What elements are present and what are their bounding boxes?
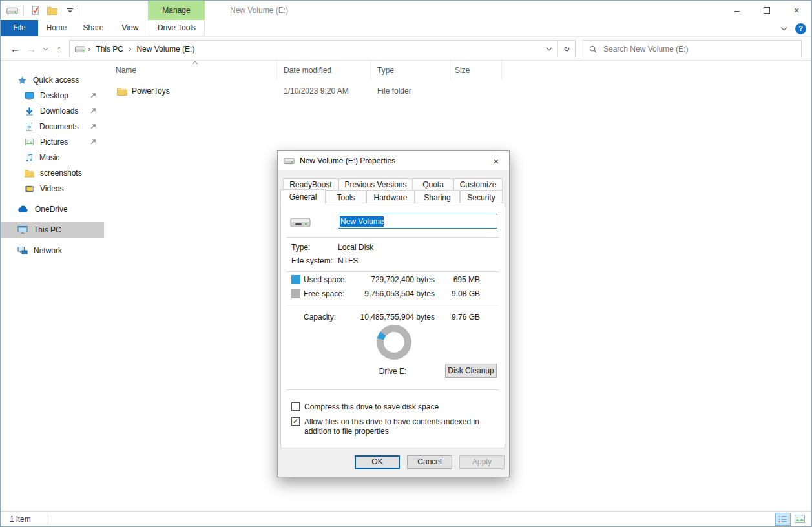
capacity-row: Capacity: 10,485,755,904 bytes 9.76 GB [281,313,505,323]
desktop-icon [25,91,34,101]
ok-button[interactable]: OK [355,455,400,469]
maximize-button[interactable] [752,1,782,20]
sidebar-item-label: Quick access [33,76,79,85]
address-dropdown-chevron-icon[interactable] [541,41,557,57]
item-count: 1 item [10,515,31,524]
sidebar-item-this-pc[interactable]: This PC [1,222,104,238]
dialog-tabs: ReadyBoost Previous Versions Quota Custo… [278,178,509,204]
new-folder-icon[interactable] [46,3,59,17]
breadcrumb-new-volume[interactable]: New Volume (E:) [134,45,197,54]
breadcrumb-this-pc[interactable]: This PC [93,45,126,54]
dialog-close-button[interactable]: × [483,151,509,170]
sidebar-item-downloads[interactable]: Downloads [1,103,104,119]
file-type: File folder [371,87,450,96]
disk-cleanup-button[interactable]: Disk Cleanup [445,364,497,378]
file-date-modified: 1/10/2023 9:20 AM [277,87,371,96]
tab-file[interactable]: File [1,20,38,36]
capacity-bytes: 10,485,755,904 bytes [339,313,435,322]
help-icon[interactable]: ? [795,23,806,34]
recent-locations-chevron-icon[interactable] [39,47,51,51]
pin-icon [90,92,97,99]
address-bar[interactable]: › This PC › New Volume (E:) ↻ [69,40,576,57]
sidebar-item-network[interactable]: Network [1,243,104,258]
sidebar-item-onedrive[interactable]: OneDrive [1,202,104,217]
sidebar-item-documents[interactable]: Documents [1,119,104,134]
properties-icon[interactable] [28,3,41,17]
search-input[interactable] [602,44,796,54]
sidebar-item-label: Documents [39,122,79,131]
sidebar-item-label: Videos [40,184,63,193]
tab-hardware[interactable]: Hardware [366,191,415,204]
type-value: Local Disk [338,243,373,252]
sidebar-item-label: OneDrive [35,205,68,214]
selected-text: New Volume [340,216,384,227]
type-label: Type: [291,243,310,252]
window-title: New Volume (E:) [230,1,288,20]
close-button[interactable]: × [782,1,811,20]
pin-icon [90,123,97,130]
back-button[interactable]: ← [7,43,23,54]
thumbnail-view-button[interactable] [792,513,807,526]
network-icon [17,246,28,255]
compress-checkbox-row[interactable]: Compress this drive to save disk space [291,402,439,412]
free-space-bytes: 9,756,053,504 bytes [339,289,435,298]
index-checkbox-row[interactable]: ✓ Allow files on this drive to have cont… [291,417,499,437]
refresh-button[interactable]: ↻ [558,41,575,57]
status-bar: 1 item [1,511,811,526]
sidebar-item-label: Desktop [40,91,68,100]
tab-home[interactable]: Home [38,20,75,36]
cancel-button[interactable]: Cancel [407,455,452,469]
free-space-swatch [291,289,300,298]
column-header-name[interactable]: Name [104,61,277,79]
sidebar-item-screenshots[interactable]: screenshots [1,165,104,181]
column-header-type[interactable]: Type [371,61,450,79]
sidebar-item-label: screenshots [40,169,82,178]
up-button[interactable]: ↑ [51,43,67,54]
sidebar-item-videos[interactable]: Videos [1,181,104,196]
tab-security[interactable]: Security [460,191,503,204]
sidebar-item-desktop[interactable]: Desktop [1,88,104,103]
column-header-date-modified[interactable]: Date modified [277,61,371,79]
folder-icon [117,87,127,96]
drive-icon-large [290,215,311,229]
forward-button: → [23,43,39,54]
sidebar-item-music[interactable]: Music [1,150,104,165]
address-drive-icon[interactable] [75,45,85,53]
general-tab-panel: New Volume Type: Local Disk File system:… [280,203,505,448]
sidebar-item-quick-access[interactable]: Quick access [1,72,104,88]
breadcrumb-separator: › [85,44,93,54]
capacity-label: Capacity: [304,313,336,322]
pin-icon [90,107,97,114]
manage-contextual-tab[interactable]: Manage [148,1,205,20]
ribbon-tab-row: File Home Share View Drive Tools ? [1,20,811,37]
used-space-row: Used space: 729,702,400 bytes 695 MB [281,275,505,285]
breadcrumb-separator: › [126,44,134,54]
search-box[interactable] [583,40,802,57]
compress-checkbox-label: Compress this drive to save disk space [304,402,439,412]
details-view-button[interactable] [775,513,791,526]
tab-share[interactable]: Share [75,20,112,36]
tab-sharing[interactable]: Sharing [415,191,460,204]
drive-icon[interactable] [6,3,19,17]
checkbox-checked[interactable]: ✓ [291,417,300,426]
pictures-icon [25,138,34,147]
window-controls: – × [722,1,811,20]
volume-name-input[interactable]: New Volume [338,214,497,229]
downloads-icon [25,107,34,116]
file-row-powertoys[interactable]: PowerToys 1/10/2023 9:20 AM File folder [104,84,811,98]
sidebar-item-pictures[interactable]: Pictures [1,134,104,150]
tab-tools[interactable]: Tools [326,191,366,204]
column-header-size[interactable]: Size [450,61,502,79]
ribbon-expand-chevron-icon[interactable] [780,26,787,31]
explorer-window: Manage New Volume (E:) – × File Home Sha… [0,0,812,527]
customize-toolbar-icon[interactable] [63,3,76,17]
toolbar-separator [23,5,24,16]
minimize-button[interactable]: – [722,1,752,20]
tab-general[interactable]: General [280,189,326,204]
column-headers: Name Date modified Type Size [104,61,811,79]
tab-view[interactable]: View [112,20,149,36]
quick-access-star-icon [17,76,27,85]
checkbox-unchecked[interactable] [291,402,300,411]
sidebar-item-label: This PC [34,225,61,234]
tab-drive-tools[interactable]: Drive Tools [149,20,205,36]
